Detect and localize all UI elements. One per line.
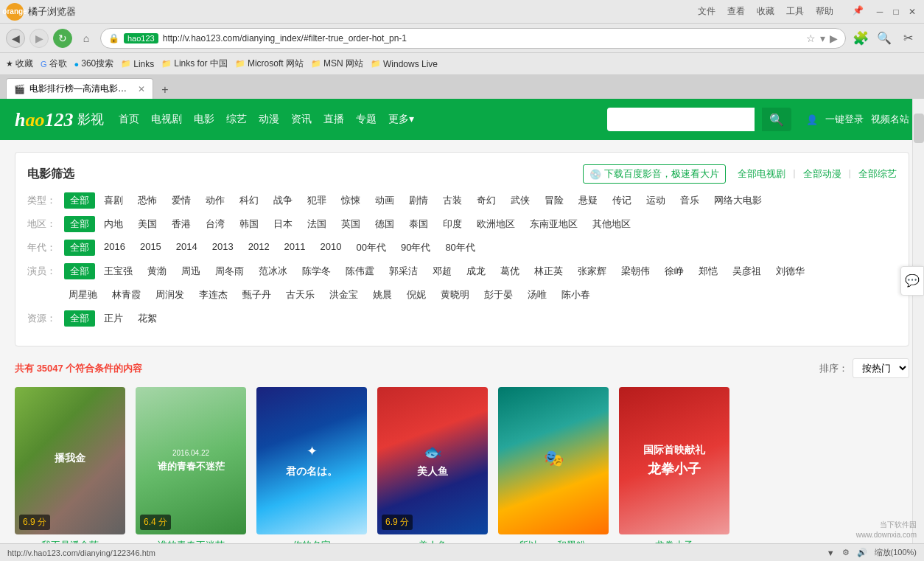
filter-tag-india[interactable]: 印度 (437, 216, 468, 232)
all-variety-link[interactable]: 全部综艺 (858, 167, 897, 181)
active-tab[interactable]: 🎬 电影排行榜—高清电影院线热... ✕ (6, 78, 153, 99)
filter-tag-actor-15[interactable]: 徐峥 (659, 263, 690, 279)
filter-tag-actor-2[interactable]: 黄渤 (141, 263, 172, 279)
filter-tag-actor-10[interactable]: 成龙 (461, 263, 491, 279)
movie-card-4[interactable]: 🐟 美人鱼 6.9 分 美人鱼 (377, 387, 488, 552)
filter-tag-europe[interactable]: 欧洲地区 (471, 216, 521, 232)
filter-tag-all-region[interactable]: 全部 (64, 216, 95, 232)
bookmark-links[interactable]: 📁 Links (121, 59, 154, 69)
filter-tag-actor-14[interactable]: 梁朝伟 (615, 263, 656, 279)
filter-tag-actor-20[interactable]: 林青霞 (106, 287, 147, 303)
new-tab-button[interactable]: + (156, 81, 174, 99)
back-button[interactable]: ◀ (6, 29, 25, 48)
filter-tag-germany[interactable]: 德国 (369, 216, 400, 232)
filter-tag-all-actor[interactable]: 全部 (64, 263, 95, 279)
filter-tag-animation[interactable]: 动画 (369, 192, 400, 209)
menu-help[interactable]: 帮助 (813, 5, 836, 18)
tab-close-button[interactable]: ✕ (138, 84, 145, 94)
dropdown-icon[interactable]: ▾ (820, 32, 825, 44)
menu-tools[interactable]: 工具 (783, 5, 807, 18)
chat-widget[interactable]: 💬 (900, 266, 924, 296)
search-input[interactable] (607, 108, 755, 131)
scissors-icon[interactable]: ✂ (897, 28, 918, 49)
filter-tag-actor-21[interactable]: 周润发 (150, 287, 190, 303)
refresh-button[interactable]: ↻ (53, 29, 72, 48)
filter-tag-2015[interactable]: 2015 (134, 240, 167, 254)
filter-tag-actor-11[interactable]: 葛优 (494, 263, 525, 279)
filter-tag-action[interactable]: 动作 (200, 192, 231, 209)
filter-tag-japan[interactable]: 日本 (267, 216, 298, 232)
login-button[interactable]: 一键登录 (825, 113, 864, 126)
filter-tag-actor-22[interactable]: 李连杰 (193, 287, 234, 303)
filter-tag-behind[interactable]: 花絮 (132, 310, 163, 327)
filter-tag-thailand[interactable]: 泰国 (403, 216, 434, 232)
nav-anime[interactable]: 动漫 (259, 113, 279, 126)
filter-tag-2010[interactable]: 2010 (315, 240, 348, 254)
filter-tag-uk[interactable]: 英国 (335, 216, 366, 232)
download-baidu-button[interactable]: 💿 下载百度影音，极速看大片 (583, 164, 726, 184)
movie-card-2[interactable]: 2016.04.22 谁的青春不迷茫 6.4 分 谁的青春不迷茫 (136, 387, 246, 552)
filter-tag-comedy[interactable]: 喜剧 (98, 192, 129, 209)
nav-special[interactable]: 专题 (356, 113, 377, 126)
filter-tag-90s[interactable]: 90年代 (395, 240, 436, 256)
menu-view[interactable]: 查看 (724, 5, 748, 18)
filter-tag-other[interactable]: 其他地区 (587, 216, 637, 232)
filter-tag-actor-4[interactable]: 周冬雨 (209, 263, 250, 279)
filter-tag-biography[interactable]: 传记 (606, 192, 637, 209)
bookmark-google[interactable]: G 谷歌 (41, 58, 67, 70)
movie-card-6[interactable]: 国际首映献礼 龙拳小子 龙拳小子 (619, 387, 729, 552)
filter-tag-actor-27[interactable]: 倪妮 (401, 287, 432, 303)
sort-select[interactable]: 按热门 最新 评分 (853, 358, 909, 378)
filter-tag-actor-8[interactable]: 郭采洁 (383, 263, 424, 279)
volume-button[interactable]: 🔊 (857, 548, 867, 557)
filter-tag-scifi[interactable]: 科幻 (234, 192, 265, 209)
bookmark-favorites[interactable]: ★ 收藏 (6, 58, 33, 70)
all-anime-link[interactable]: 全部动漫 (803, 167, 841, 181)
filter-tag-actor-6[interactable]: 陈学冬 (296, 263, 337, 279)
filter-tag-crime[interactable]: 犯罪 (301, 192, 332, 209)
nav-variety[interactable]: 综艺 (226, 113, 247, 126)
maximize-button[interactable]: □ (890, 6, 902, 18)
filter-tag-actor-17[interactable]: 吴彦祖 (727, 263, 767, 279)
filter-tag-wuxia[interactable]: 武侠 (505, 192, 536, 209)
filter-tag-2011[interactable]: 2011 (279, 240, 312, 254)
filter-tag-drama[interactable]: 剧情 (403, 192, 434, 209)
filter-tag-main[interactable]: 正片 (98, 310, 129, 327)
nav-tv[interactable]: 电视剧 (151, 113, 182, 126)
filter-tag-80s[interactable]: 80年代 (439, 240, 480, 256)
bookmark-msn[interactable]: 📁 MSN 网站 (311, 58, 363, 70)
filter-tag-2012[interactable]: 2012 (242, 240, 276, 254)
filter-tag-actor-13[interactable]: 张家辉 (572, 263, 612, 279)
navigate-down-button[interactable]: ▼ (827, 548, 835, 557)
filter-tag-music[interactable]: 音乐 (674, 192, 705, 209)
close-button[interactable]: ✕ (906, 6, 918, 18)
video-sites-link[interactable]: 视频名站 (871, 113, 909, 126)
filter-tag-fantasy[interactable]: 奇幻 (471, 192, 502, 209)
filter-tag-all-era[interactable]: 全部 (64, 240, 95, 256)
filter-tag-hongkong[interactable]: 香港 (166, 216, 197, 232)
filter-tag-horror[interactable]: 恐怖 (132, 192, 163, 209)
filter-tag-actor-31[interactable]: 陈小春 (556, 287, 596, 303)
filter-tag-thriller[interactable]: 惊悚 (335, 192, 366, 209)
search-button[interactable]: 🔍 (762, 108, 791, 131)
filter-tag-all-type[interactable]: 全部 (64, 192, 95, 209)
movie-card-5[interactable]: 🎭 所以……和黑粉· (498, 387, 609, 552)
filter-tag-adventure[interactable]: 冒险 (539, 192, 570, 209)
filter-tag-actor-30[interactable]: 汤唯 (522, 287, 553, 303)
filter-tag-actor-19[interactable]: 周星驰 (63, 287, 103, 303)
nav-home[interactable]: 首页 (119, 113, 139, 126)
filter-tag-actor-1[interactable]: 王宝强 (98, 263, 139, 279)
filter-tag-2013[interactable]: 2013 (206, 240, 239, 254)
nav-news[interactable]: 资讯 (291, 113, 312, 126)
filter-tag-actor-24[interactable]: 古天乐 (280, 287, 321, 303)
filter-tag-all-source[interactable]: 全部 (64, 310, 95, 327)
filter-tag-romance[interactable]: 爱情 (166, 192, 197, 209)
filter-tag-ancient[interactable]: 古装 (437, 192, 468, 209)
filter-tag-mystery[interactable]: 悬疑 (573, 192, 603, 209)
filter-tag-korea[interactable]: 韩国 (234, 216, 265, 232)
filter-tag-actor-18[interactable]: 刘德华 (770, 263, 811, 279)
menu-file[interactable]: 文件 (695, 5, 718, 18)
filter-tag-actor-12[interactable]: 林正英 (528, 263, 569, 279)
star-icon[interactable]: ☆ (806, 32, 816, 44)
nav-movie[interactable]: 电影 (194, 113, 214, 126)
